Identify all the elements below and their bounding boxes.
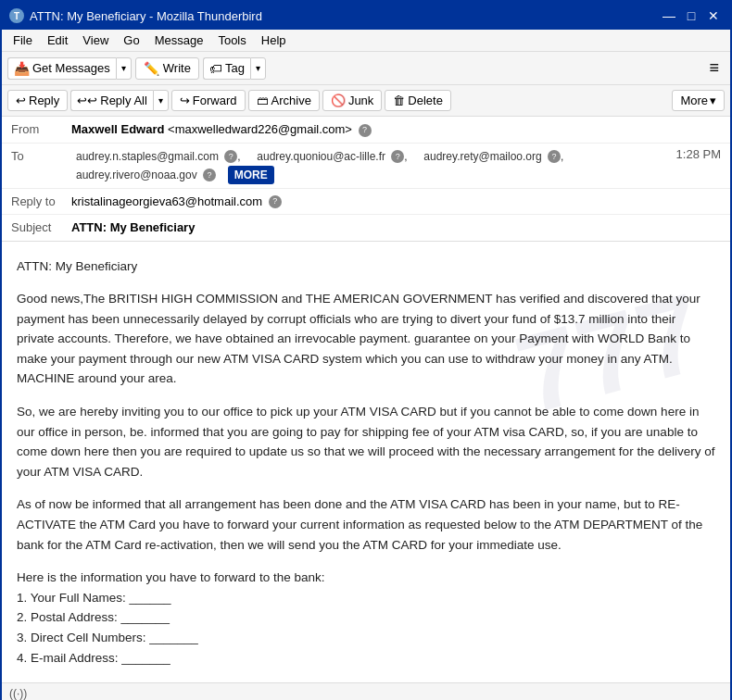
to-row: To audrey.n.staples@gmail.com ?, audrey.… (2, 144, 730, 189)
menu-message[interactable]: Message (147, 31, 211, 49)
menu-view[interactable]: View (75, 31, 116, 49)
tag-group: 🏷 Tag ▾ (203, 57, 266, 80)
get-messages-group: 📥 Get Messages ▾ (7, 57, 132, 80)
get-messages-icon: 📥 (14, 61, 30, 76)
maximize-button[interactable]: □ (682, 8, 700, 23)
reply-to-row: Reply to kristalinageorgieva63@hotmail.c… (2, 189, 730, 216)
hamburger-menu[interactable]: ≡ (703, 56, 725, 80)
email-time: 1:28 PM (676, 147, 721, 161)
body-paragraph-3: As of now be informed that all arrangeme… (17, 494, 715, 555)
to-verify-2[interactable]: ? (391, 150, 404, 163)
reply-all-chevron[interactable]: ▾ (153, 90, 169, 111)
forward-icon: ↪ (180, 94, 190, 107)
junk-icon: 🚫 (331, 94, 346, 107)
write-icon: ✏️ (144, 61, 159, 76)
to-recipient-2: audrey.quoniou@ac-lille.fr ?, (252, 147, 411, 166)
forward-label: Forward (193, 94, 237, 107)
reply-all-label: Reply All (100, 94, 147, 107)
delete-button[interactable]: 🗑 Delete (385, 90, 451, 111)
to-verify-1[interactable]: ? (224, 150, 237, 163)
reply-label: Reply (29, 94, 59, 107)
minimize-button[interactable]: — (660, 8, 678, 23)
window-title: ATTN: My Beneficiary - Mozilla Thunderbi… (30, 9, 262, 23)
tag-chevron[interactable]: ▾ (250, 57, 266, 80)
to-verify-3[interactable]: ? (548, 150, 561, 163)
forward-button[interactable]: ↪ Forward (171, 90, 246, 111)
write-button[interactable]: ✏️ Write (135, 57, 199, 80)
from-value: Maxwell Edward <maxwelledward226@gmail.c… (71, 120, 721, 139)
close-button[interactable]: ✕ (704, 8, 723, 23)
subject-label: Subject (11, 219, 71, 234)
get-messages-label: Get Messages (32, 61, 110, 75)
body-paragraph-1: Good news,The BRITISH HIGH COMMISSION an… (17, 289, 715, 389)
window-controls: — □ ✕ (660, 8, 723, 23)
email-body-content: ATTN: My Beneficiary Good news,The BRITI… (17, 256, 715, 669)
status-icon: ((·)) (9, 687, 27, 700)
status-bar: ((·)) (2, 682, 730, 700)
to-recipient-1: audrey.n.staples@gmail.com ?, (71, 147, 246, 166)
more-chevron: ▾ (710, 94, 716, 107)
subject-value: ATTN: My Beneficiary (71, 219, 721, 237)
archive-button[interactable]: 🗃 Archive (248, 90, 320, 111)
junk-button[interactable]: 🚫 Junk (322, 90, 382, 111)
more-button[interactable]: More ▾ (672, 90, 725, 111)
menu-bar: File Edit View Go Message Tools Help (2, 30, 730, 52)
reply-icon: ↩ (16, 94, 26, 107)
from-verify-icon[interactable]: ? (359, 124, 372, 137)
email-body: 777 ATTN: My Beneficiary Good news,The B… (2, 242, 730, 683)
more-label: More (680, 94, 708, 107)
main-window: T ATTN: My Beneficiary - Mozilla Thunder… (0, 0, 732, 700)
reply-all-icon: ↩↩ (77, 94, 97, 107)
reply-all-button[interactable]: ↩↩ Reply All (70, 90, 153, 111)
junk-label: Junk (348, 94, 373, 107)
write-label: Write (163, 61, 191, 75)
reply-to-label: Reply to (11, 193, 71, 208)
archive-icon: 🗃 (257, 94, 269, 107)
reply-all-group: ↩↩ Reply All ▾ (70, 90, 169, 111)
menu-help[interactable]: Help (254, 31, 294, 49)
title-bar: T ATTN: My Beneficiary - Mozilla Thunder… (2, 2, 730, 30)
reply-to-verify-icon[interactable]: ? (269, 195, 282, 208)
get-messages-chevron[interactable]: ▾ (116, 57, 132, 80)
body-paragraph-4: Here is the information you have to forw… (17, 568, 715, 668)
to-label: To (11, 147, 71, 163)
title-bar-left: T ATTN: My Beneficiary - Mozilla Thunder… (9, 8, 262, 23)
menu-file[interactable]: File (6, 31, 40, 49)
delete-label: Delete (408, 94, 443, 107)
reply-button[interactable]: ↩ Reply (7, 90, 68, 111)
delete-icon: 🗑 (393, 94, 405, 107)
main-toolbar: 📥 Get Messages ▾ ✏️ Write 🏷 Tag ▾ ≡ (2, 52, 730, 85)
to-verify-4[interactable]: ? (203, 169, 216, 181)
body-paragraph-2: So, we are hereby inviting you to our of… (17, 402, 715, 481)
to-value: audrey.n.staples@gmail.com ?, audrey.quo… (71, 147, 669, 184)
get-messages-button[interactable]: 📥 Get Messages (7, 57, 116, 80)
menu-tools[interactable]: Tools (210, 31, 253, 49)
menu-go[interactable]: Go (116, 31, 146, 49)
email-action-bar: ↩ Reply ↩↩ Reply All ▾ ↪ Forward 🗃 Archi… (2, 85, 730, 117)
from-label: From (11, 120, 71, 136)
tag-icon: 🏷 (209, 61, 222, 76)
app-icon: T (9, 8, 24, 23)
reply-to-value: kristalinageorgieva63@hotmail.com ? (71, 193, 721, 211)
from-email: <maxwelledward226@gmail.com> (168, 122, 352, 136)
from-row: From Maxwell Edward <maxwelledward226@gm… (2, 117, 730, 144)
archive-label: Archive (271, 94, 311, 107)
email-header: From Maxwell Edward <maxwelledward226@gm… (2, 117, 730, 242)
tag-label: Tag (225, 61, 245, 75)
reply-to-address: kristalinageorgieva63@hotmail.com (71, 194, 262, 208)
tag-button[interactable]: 🏷 Tag (203, 57, 250, 80)
body-title: ATTN: My Beneficiary (17, 256, 715, 277)
to-recipient-3: audrey.rety@mailoo.org ?, (419, 147, 568, 166)
from-name: Maxwell Edward (71, 122, 164, 136)
to-recipient-4: audrey.rivero@noaa.gov ? (71, 166, 221, 184)
to-more-pill[interactable]: MORE (228, 166, 274, 184)
menu-edit[interactable]: Edit (40, 31, 75, 49)
subject-row: Subject ATTN: My Beneficiary (2, 215, 730, 241)
